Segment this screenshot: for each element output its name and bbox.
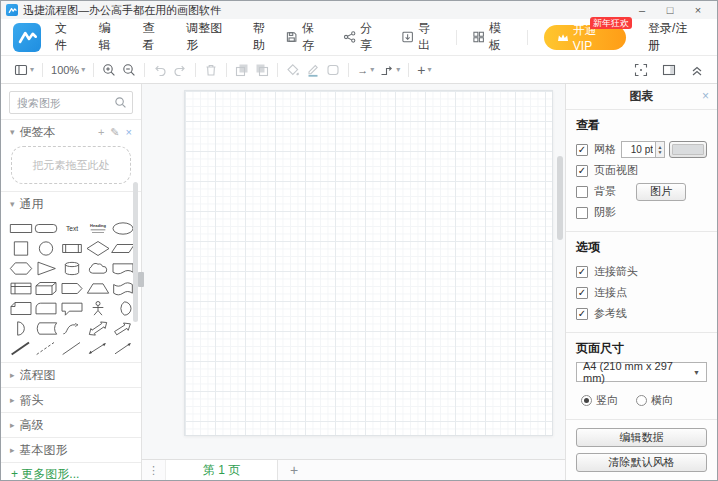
redo-button[interactable]	[170, 59, 190, 81]
shape-cube[interactable]	[34, 278, 60, 298]
shape-line[interactable]	[59, 338, 85, 358]
shape-cylinder[interactable]	[59, 258, 85, 278]
option-checkbox-1[interactable]: ✓	[576, 287, 588, 299]
shape-actor[interactable]	[85, 298, 111, 318]
connector-style-dropdown[interactable]: ▾	[377, 59, 403, 81]
zoom-out-button[interactable]	[119, 59, 139, 81]
shape-arrow-line[interactable]	[110, 338, 136, 358]
shape-heading[interactable]: Heading	[85, 218, 111, 238]
sidebar-section-2[interactable]: ▸高级	[1, 412, 141, 437]
pages-menu-button[interactable]: ⋮	[142, 460, 166, 480]
notepad-add-icon[interactable]: +	[98, 126, 104, 139]
menu-item-4[interactable]: 帮助	[253, 20, 276, 54]
orientation-portrait-radio[interactable]: 竖向	[581, 393, 618, 408]
shape-double-block-arrow[interactable]	[85, 318, 111, 338]
send-to-back-button[interactable]	[252, 59, 272, 81]
sidebar-section-1[interactable]: ▸箭头	[1, 387, 141, 412]
menu-item-3[interactable]: 调整图形	[186, 20, 232, 54]
zoom-level-dropdown[interactable]: 100% ▾	[48, 59, 88, 81]
sidebar-section-3[interactable]: ▸基本图形	[1, 437, 141, 462]
export-button[interactable]: 导出	[401, 20, 441, 54]
zoom-in-button[interactable]	[99, 59, 119, 81]
shape-circle[interactable]	[34, 238, 60, 258]
panel-close-icon[interactable]: ×	[702, 89, 709, 103]
page-size-select[interactable]: A4 (210 mm x 297 mm) ▼	[576, 362, 707, 382]
shape-step[interactable]	[59, 278, 85, 298]
background-checkbox[interactable]	[576, 186, 588, 198]
shape-internal-storage[interactable]	[8, 278, 34, 298]
shape-process[interactable]	[59, 238, 85, 258]
add-page-button[interactable]: +	[278, 460, 310, 480]
sidebar-collapse-handle[interactable]	[138, 272, 144, 287]
shape-data-storage[interactable]	[34, 318, 60, 338]
shape-callout[interactable]	[59, 298, 85, 318]
shape-diamond[interactable]	[85, 238, 111, 258]
edit-data-button[interactable]: 编辑数据	[576, 428, 707, 447]
panel-title: 图表	[630, 88, 654, 105]
shape-outline-button[interactable]	[323, 59, 343, 81]
shadow-checkbox[interactable]	[576, 207, 588, 219]
more-shapes-link[interactable]: + 更多图形...	[1, 462, 141, 480]
template-button[interactable]: 模板	[472, 20, 512, 54]
notepad-dropzone[interactable]: 把元素拖至此处	[11, 146, 131, 184]
grid-size-stepper[interactable]: ▲ ▼	[655, 141, 665, 158]
shape-block-arrow[interactable]	[110, 318, 136, 338]
line-color-button[interactable]	[303, 59, 323, 81]
shape-curve[interactable]	[59, 318, 85, 338]
canvas[interactable]	[142, 84, 565, 459]
background-image-button[interactable]: 图片	[636, 183, 686, 201]
sidebar-section-0[interactable]: ▸流程图	[1, 362, 141, 387]
page-setup-button[interactable]: ▾	[11, 59, 37, 81]
grid-size-input[interactable]	[621, 141, 655, 158]
delete-button[interactable]	[201, 59, 221, 81]
canvas-page[interactable]	[184, 90, 553, 436]
shape-trapezoid[interactable]	[85, 278, 111, 298]
page-tab-1[interactable]: 第 1 页	[166, 460, 278, 480]
share-button[interactable]: 分享	[343, 20, 383, 54]
menu-item-1[interactable]: 编辑	[99, 20, 122, 54]
login-register-link[interactable]: 登录/注册	[648, 20, 697, 54]
minimize-button[interactable]: –	[628, 1, 656, 19]
shape-bold-line[interactable]	[8, 338, 34, 358]
sidebar-scrollbar[interactable]	[133, 182, 138, 322]
page-view-checkbox[interactable]: ✓	[576, 165, 588, 177]
grid-color-swatch[interactable]	[669, 141, 707, 158]
undo-button[interactable]	[150, 59, 170, 81]
shape-double-arrow-line[interactable]	[85, 338, 111, 358]
menu-item-2[interactable]: 查看	[143, 20, 166, 54]
shape-cloud[interactable]	[85, 258, 111, 278]
close-button[interactable]: ×	[684, 1, 712, 19]
caret-right-icon: ▸	[10, 370, 15, 380]
clear-default-style-button[interactable]: 清除默认风格	[576, 453, 707, 472]
canvas-vertical-scrollbar[interactable]	[557, 156, 563, 240]
orientation-landscape-radio[interactable]: 横向	[636, 393, 673, 408]
maximize-button[interactable]: □	[656, 1, 684, 19]
bring-to-front-button[interactable]	[232, 59, 252, 81]
menu-item-0[interactable]: 文件	[55, 20, 78, 54]
collapse-toolbar-button[interactable]	[687, 59, 707, 81]
sidebar-section-general[interactable]: ▾ 通用	[1, 191, 141, 216]
select-arrow-icon: ▼	[693, 369, 700, 376]
sidebar-section-notepad[interactable]: ▾ 便签本 + ✎ ×	[1, 119, 141, 144]
shape-square[interactable]	[8, 238, 34, 258]
option-checkbox-0[interactable]: ✓	[576, 266, 588, 278]
notepad-edit-icon[interactable]: ✎	[110, 126, 119, 139]
shape-rounded-rectangle[interactable]	[34, 218, 60, 238]
toggle-panel-button[interactable]	[659, 59, 679, 81]
shape-hexagon[interactable]	[8, 258, 34, 278]
notepad-close-icon[interactable]: ×	[126, 126, 132, 139]
shape-rectangle[interactable]	[8, 218, 34, 238]
shape-note[interactable]	[8, 298, 34, 318]
grid-checkbox[interactable]: ✓	[576, 144, 588, 156]
fill-color-button[interactable]	[283, 59, 303, 81]
option-checkbox-2[interactable]: ✓	[576, 308, 588, 320]
arrow-style-dropdown[interactable]: → ▾	[354, 59, 377, 81]
insert-dropdown[interactable]: + ▾	[414, 59, 434, 81]
save-button[interactable]: 保存	[285, 20, 325, 54]
fit-page-button[interactable]	[631, 59, 651, 81]
shape-card[interactable]	[34, 298, 60, 318]
shape-dashed-line[interactable]	[34, 338, 60, 358]
shape-triangle[interactable]	[34, 258, 60, 278]
shape-and[interactable]	[8, 318, 34, 338]
shape-text[interactable]: Text	[59, 218, 85, 238]
